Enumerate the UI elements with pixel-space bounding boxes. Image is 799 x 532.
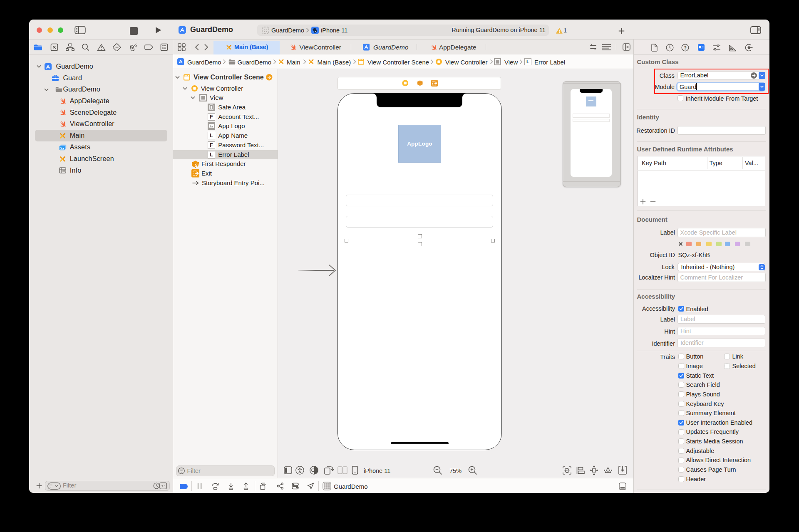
svg-text:?: ? xyxy=(684,45,687,50)
svg-text:1: 1 xyxy=(196,163,198,167)
